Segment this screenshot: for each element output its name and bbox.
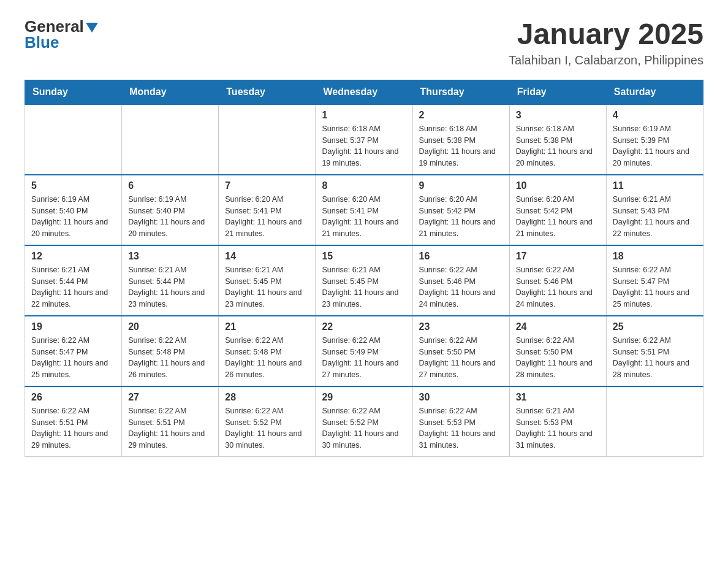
calendar-cell: 5Sunrise: 6:19 AMSunset: 5:40 PMDaylight… — [25, 175, 122, 245]
day-info: Sunrise: 6:22 AMSunset: 5:49 PMDaylight:… — [322, 335, 406, 381]
day-info: Sunrise: 6:22 AMSunset: 5:52 PMDaylight:… — [225, 405, 309, 451]
weekday-header-monday: Monday — [122, 80, 219, 104]
month-title: January 2025 — [509, 18, 703, 51]
calendar-header-row: SundayMondayTuesdayWednesdayThursdayFrid… — [25, 80, 703, 104]
day-info: Sunrise: 6:20 AMSunset: 5:41 PMDaylight:… — [225, 194, 309, 240]
calendar-cell: 15Sunrise: 6:21 AMSunset: 5:45 PMDayligh… — [316, 245, 412, 316]
day-info: Sunrise: 6:22 AMSunset: 5:46 PMDaylight:… — [516, 264, 600, 310]
location-title: Talahiban I, Calabarzon, Philippines — [509, 53, 703, 67]
day-info: Sunrise: 6:21 AMSunset: 5:44 PMDaylight:… — [128, 264, 212, 310]
day-info: Sunrise: 6:22 AMSunset: 5:50 PMDaylight:… — [419, 335, 503, 381]
weekday-header-wednesday: Wednesday — [316, 80, 412, 104]
calendar-cell: 24Sunrise: 6:22 AMSunset: 5:50 PMDayligh… — [509, 316, 606, 386]
calendar-cell: 8Sunrise: 6:20 AMSunset: 5:41 PMDaylight… — [316, 175, 412, 245]
calendar-cell: 20Sunrise: 6:22 AMSunset: 5:48 PMDayligh… — [122, 316, 219, 386]
day-info: Sunrise: 6:20 AMSunset: 5:41 PMDaylight:… — [322, 194, 406, 240]
day-number: 16 — [419, 251, 503, 262]
calendar-cell: 18Sunrise: 6:22 AMSunset: 5:47 PMDayligh… — [606, 245, 703, 316]
calendar-week-1: 1Sunrise: 6:18 AMSunset: 5:37 PMDaylight… — [25, 104, 703, 175]
day-info: Sunrise: 6:22 AMSunset: 5:47 PMDaylight:… — [613, 264, 697, 310]
logo-general-text: General — [25, 18, 84, 34]
day-number: 26 — [31, 392, 115, 403]
calendar-cell: 2Sunrise: 6:18 AMSunset: 5:38 PMDaylight… — [412, 104, 509, 175]
day-info: Sunrise: 6:20 AMSunset: 5:42 PMDaylight:… — [419, 194, 503, 240]
day-info: Sunrise: 6:22 AMSunset: 5:47 PMDaylight:… — [31, 335, 115, 381]
calendar-cell: 22Sunrise: 6:22 AMSunset: 5:49 PMDayligh… — [316, 316, 412, 386]
day-number: 12 — [31, 251, 115, 262]
day-info: Sunrise: 6:22 AMSunset: 5:46 PMDaylight:… — [419, 264, 503, 310]
day-number: 8 — [322, 180, 406, 191]
calendar-cell: 1Sunrise: 6:18 AMSunset: 5:37 PMDaylight… — [316, 104, 412, 175]
day-info: Sunrise: 6:18 AMSunset: 5:38 PMDaylight:… — [516, 123, 600, 169]
title-block: January 2025 Talahiban I, Calabarzon, Ph… — [509, 18, 703, 67]
calendar-cell: 3Sunrise: 6:18 AMSunset: 5:38 PMDaylight… — [509, 104, 606, 175]
day-info: Sunrise: 6:22 AMSunset: 5:51 PMDaylight:… — [613, 335, 697, 381]
calendar-cell: 13Sunrise: 6:21 AMSunset: 5:44 PMDayligh… — [122, 245, 219, 316]
day-number: 11 — [613, 180, 697, 191]
day-number: 7 — [225, 180, 309, 191]
calendar-cell: 12Sunrise: 6:21 AMSunset: 5:44 PMDayligh… — [25, 245, 122, 316]
day-info: Sunrise: 6:18 AMSunset: 5:38 PMDaylight:… — [419, 123, 503, 169]
calendar-cell: 11Sunrise: 6:21 AMSunset: 5:43 PMDayligh… — [606, 175, 703, 245]
day-number: 2 — [419, 110, 503, 121]
day-number: 1 — [322, 110, 406, 121]
day-number: 29 — [322, 392, 406, 403]
calendar-cell: 17Sunrise: 6:22 AMSunset: 5:46 PMDayligh… — [509, 245, 606, 316]
calendar-cell: 19Sunrise: 6:22 AMSunset: 5:47 PMDayligh… — [25, 316, 122, 386]
day-number: 10 — [516, 180, 600, 191]
calendar-cell: 21Sunrise: 6:22 AMSunset: 5:48 PMDayligh… — [219, 316, 316, 386]
calendar-week-3: 12Sunrise: 6:21 AMSunset: 5:44 PMDayligh… — [25, 245, 703, 316]
day-number: 15 — [322, 251, 406, 262]
calendar-cell: 10Sunrise: 6:20 AMSunset: 5:42 PMDayligh… — [509, 175, 606, 245]
calendar-cell — [606, 386, 703, 457]
day-info: Sunrise: 6:22 AMSunset: 5:51 PMDaylight:… — [128, 405, 212, 451]
weekday-header-friday: Friday — [509, 80, 606, 104]
day-number: 22 — [322, 321, 406, 332]
day-number: 3 — [516, 110, 600, 121]
day-info: Sunrise: 6:20 AMSunset: 5:42 PMDaylight:… — [516, 194, 600, 240]
calendar-week-2: 5Sunrise: 6:19 AMSunset: 5:40 PMDaylight… — [25, 175, 703, 245]
calendar-cell: 25Sunrise: 6:22 AMSunset: 5:51 PMDayligh… — [606, 316, 703, 386]
calendar-cell: 30Sunrise: 6:22 AMSunset: 5:53 PMDayligh… — [412, 386, 509, 457]
day-info: Sunrise: 6:19 AMSunset: 5:40 PMDaylight:… — [128, 194, 212, 240]
day-number: 30 — [419, 392, 503, 403]
day-info: Sunrise: 6:21 AMSunset: 5:44 PMDaylight:… — [31, 264, 115, 310]
day-info: Sunrise: 6:22 AMSunset: 5:53 PMDaylight:… — [419, 405, 503, 451]
logo: General Blue — [25, 18, 98, 50]
day-number: 24 — [516, 321, 600, 332]
calendar-cell: 31Sunrise: 6:21 AMSunset: 5:53 PMDayligh… — [509, 386, 606, 457]
day-info: Sunrise: 6:22 AMSunset: 5:50 PMDaylight:… — [516, 335, 600, 381]
calendar-cell: 26Sunrise: 6:22 AMSunset: 5:51 PMDayligh… — [25, 386, 122, 457]
day-number: 4 — [613, 110, 697, 121]
day-info: Sunrise: 6:22 AMSunset: 5:48 PMDaylight:… — [128, 335, 212, 381]
logo-blue-text: Blue — [25, 33, 59, 52]
day-info: Sunrise: 6:22 AMSunset: 5:48 PMDaylight:… — [225, 335, 309, 381]
calendar-cell: 9Sunrise: 6:20 AMSunset: 5:42 PMDaylight… — [412, 175, 509, 245]
day-number: 6 — [128, 180, 212, 191]
day-info: Sunrise: 6:18 AMSunset: 5:37 PMDaylight:… — [322, 123, 406, 169]
day-number: 28 — [225, 392, 309, 403]
calendar-cell: 16Sunrise: 6:22 AMSunset: 5:46 PMDayligh… — [412, 245, 509, 316]
day-info: Sunrise: 6:21 AMSunset: 5:45 PMDaylight:… — [225, 264, 309, 310]
day-info: Sunrise: 6:22 AMSunset: 5:52 PMDaylight:… — [322, 405, 406, 451]
weekday-header-sunday: Sunday — [25, 80, 122, 104]
calendar-cell — [122, 104, 219, 175]
day-number: 13 — [128, 251, 212, 262]
day-info: Sunrise: 6:21 AMSunset: 5:45 PMDaylight:… — [322, 264, 406, 310]
calendar-cell — [25, 104, 122, 175]
day-number: 9 — [419, 180, 503, 191]
day-number: 18 — [613, 251, 697, 262]
calendar-week-4: 19Sunrise: 6:22 AMSunset: 5:47 PMDayligh… — [25, 316, 703, 386]
calendar-cell: 29Sunrise: 6:22 AMSunset: 5:52 PMDayligh… — [316, 386, 412, 457]
calendar-cell: 28Sunrise: 6:22 AMSunset: 5:52 PMDayligh… — [219, 386, 316, 457]
day-number: 19 — [31, 321, 115, 332]
day-info: Sunrise: 6:21 AMSunset: 5:43 PMDaylight:… — [613, 194, 697, 240]
day-number: 21 — [225, 321, 309, 332]
day-number: 27 — [128, 392, 212, 403]
weekday-header-saturday: Saturday — [606, 80, 703, 104]
weekday-header-thursday: Thursday — [412, 80, 509, 104]
calendar-table: SundayMondayTuesdayWednesdayThursdayFrid… — [25, 80, 703, 457]
calendar-cell: 14Sunrise: 6:21 AMSunset: 5:45 PMDayligh… — [219, 245, 316, 316]
day-number: 14 — [225, 251, 309, 262]
calendar-cell: 6Sunrise: 6:19 AMSunset: 5:40 PMDaylight… — [122, 175, 219, 245]
